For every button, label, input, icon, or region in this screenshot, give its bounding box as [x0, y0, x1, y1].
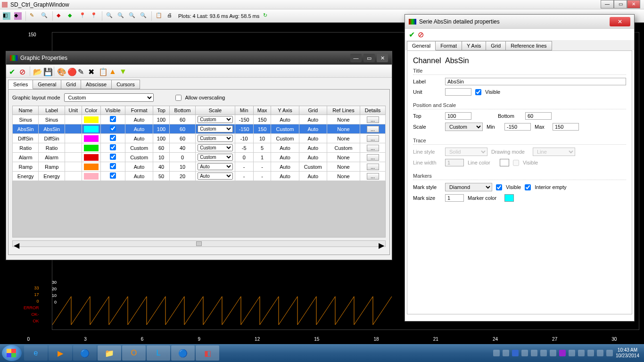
tray-icon[interactable]	[503, 350, 509, 356]
top-input[interactable]	[445, 112, 471, 120]
tray-icon[interactable]	[540, 350, 547, 356]
tab-grid[interactable]: Grid	[61, 80, 81, 89]
color-icon[interactable]: 🔴	[67, 67, 75, 75]
up-icon[interactable]: ▲	[109, 67, 116, 75]
cancel-icon[interactable]: ⊘	[418, 30, 424, 39]
column-header[interactable]: Ref Lines	[327, 106, 360, 115]
tab-abscisse[interactable]: Abscisse	[81, 80, 112, 89]
table-row[interactable]: DiffSinDiffSinAuto10060Custom-1010Custom…	[13, 134, 386, 143]
task-chrome[interactable]: 🔵	[73, 346, 97, 361]
tray-icon[interactable]	[531, 350, 537, 356]
open-icon[interactable]: 📂	[33, 67, 41, 75]
column-header[interactable]: Y Axis	[271, 106, 299, 115]
close-button[interactable]: ✕	[627, 0, 640, 8]
dialog-titlebar[interactable]: Graphic Properties — ▭ ✕	[6, 51, 392, 65]
markstyle-select[interactable]: Diamond	[445, 183, 492, 191]
horizontal-scrollbar[interactable]: ◀ ▶	[12, 240, 386, 247]
pin-icon[interactable]: 📍	[91, 12, 98, 20]
toolbar-icon[interactable]: ◆	[14, 12, 22, 20]
label-input[interactable]	[445, 78, 626, 85]
mark-visible-checkbox[interactable]	[496, 184, 502, 190]
unit-input[interactable]	[445, 88, 471, 96]
tray-bluetooth-icon[interactable]	[512, 350, 519, 356]
interior-checkbox[interactable]	[525, 184, 531, 190]
task-ie[interactable]: e	[24, 346, 48, 361]
dialog-close-button[interactable]: ✕	[377, 54, 388, 62]
column-header[interactable]: Visible	[100, 106, 125, 115]
tab-general[interactable]: General	[407, 41, 436, 50]
table-row[interactable]: SinusSinusAuto10060Custom-150150AutoAuto…	[13, 115, 386, 124]
column-header[interactable]: Format	[125, 106, 153, 115]
zoom-100-icon[interactable]: 🔍	[140, 12, 148, 20]
cancel-icon[interactable]: ⊘	[19, 67, 27, 75]
tab-cursors[interactable]: Cursors	[111, 80, 140, 89]
toolbar-icon[interactable]: ◧	[3, 12, 10, 20]
tab-format[interactable]: Format	[435, 41, 462, 50]
detail-close-button[interactable]: ✕	[610, 17, 630, 26]
tray-icon[interactable]	[578, 350, 585, 356]
column-header[interactable]: Top	[153, 106, 170, 115]
maximize-button[interactable]: ▭	[614, 0, 627, 8]
refresh-icon[interactable]: ↻	[263, 12, 271, 20]
tray-icon[interactable]	[550, 350, 556, 356]
marksize-input[interactable]	[445, 194, 464, 202]
pin-icon[interactable]: 📍	[79, 12, 87, 20]
taskbar[interactable]: e ▶ 🔵 📁 O L 🔵 ◧ 10:43 AM 10/23/2014	[0, 344, 644, 362]
column-header[interactable]: Scale	[196, 106, 235, 115]
print-icon[interactable]: 🖨	[167, 12, 174, 20]
tray-volume-icon[interactable]	[606, 350, 613, 356]
column-header[interactable]: Unit	[65, 106, 82, 115]
zoom-out-icon[interactable]: 🔍	[117, 12, 125, 20]
column-header[interactable]: Details	[360, 106, 386, 115]
marker-icon[interactable]: ◆	[57, 12, 64, 20]
marker-icon[interactable]: ◆	[68, 12, 75, 20]
markcolor-swatch[interactable]	[504, 194, 514, 202]
table-row[interactable]: EnergyEnergyAuto5020Auto--AutoAutoNone..…	[13, 172, 386, 181]
bottom-input[interactable]	[525, 112, 552, 120]
tray-icon[interactable]	[493, 350, 500, 356]
ok-icon[interactable]: ✔	[9, 67, 17, 75]
tab-grid2[interactable]: Grid	[486, 41, 506, 50]
column-header[interactable]: Bottom	[169, 106, 195, 115]
system-tray[interactable]: 10:43 AM 10/23/2014	[493, 347, 642, 359]
delete-icon[interactable]: ✖	[88, 67, 96, 75]
ok-icon[interactable]: ✔	[409, 30, 415, 39]
task-explorer[interactable]: 📁	[98, 346, 121, 361]
table-row[interactable]: RatioRatioCustom6040Custom-55AutoAutoCus…	[13, 143, 386, 153]
edit-icon[interactable]: ✎	[30, 12, 37, 20]
tab-general[interactable]: General	[33, 80, 61, 89]
column-header[interactable]: Label	[39, 106, 65, 115]
task-chrome2[interactable]: 🔵	[171, 346, 195, 361]
minimize-button[interactable]: —	[601, 0, 614, 8]
column-header[interactable]: Min	[235, 106, 253, 115]
detail-properties-dialog[interactable]: Serie AbsSin detailed properties ✕ ✔ ⊘ G…	[405, 14, 635, 321]
clock[interactable]: 10:43 AM 10/23/2014	[616, 347, 639, 359]
copy-icon[interactable]: 📋	[99, 67, 106, 75]
column-header[interactable]: Name	[13, 106, 39, 115]
copy-icon[interactable]: 📋	[156, 12, 163, 20]
column-header[interactable]: Max	[253, 106, 271, 115]
main-titlebar[interactable]: SD_Ctrl_GraphWindow — ▭ ✕	[0, 0, 644, 9]
task-outlook[interactable]: O	[122, 346, 146, 361]
max-input[interactable]	[553, 123, 579, 131]
task-media[interactable]: ▶	[49, 346, 72, 361]
visible-checkbox[interactable]	[475, 89, 481, 95]
tab-yaxis[interactable]: Y Axis	[462, 41, 486, 50]
table-row[interactable]: RampRampAuto4010Auto--AutoCustomNone...	[13, 162, 386, 172]
task-app2[interactable]: ◧	[196, 346, 219, 361]
layout-mode-select[interactable]: Custom	[64, 93, 154, 102]
tab-series[interactable]: Series	[8, 80, 33, 89]
task-app1[interactable]: L	[147, 346, 170, 361]
column-header[interactable]: Color	[82, 106, 100, 115]
zoom-in-icon[interactable]: 🔍	[106, 12, 114, 20]
tab-reflines[interactable]: Reference lines	[505, 41, 552, 50]
detail-titlebar[interactable]: Serie AbsSin detailed properties ✕	[405, 15, 634, 29]
save-icon[interactable]: 💾	[43, 67, 51, 75]
tray-icon[interactable]	[521, 350, 528, 356]
zoom-fit-icon[interactable]: 🔍	[129, 12, 136, 20]
tray-onenote-icon[interactable]	[559, 350, 566, 356]
min-input[interactable]	[504, 123, 531, 131]
down-icon[interactable]: ▼	[119, 67, 127, 75]
dialog-maximize-button[interactable]: ▭	[363, 54, 375, 62]
dialog-minimize-button[interactable]: —	[350, 54, 362, 62]
